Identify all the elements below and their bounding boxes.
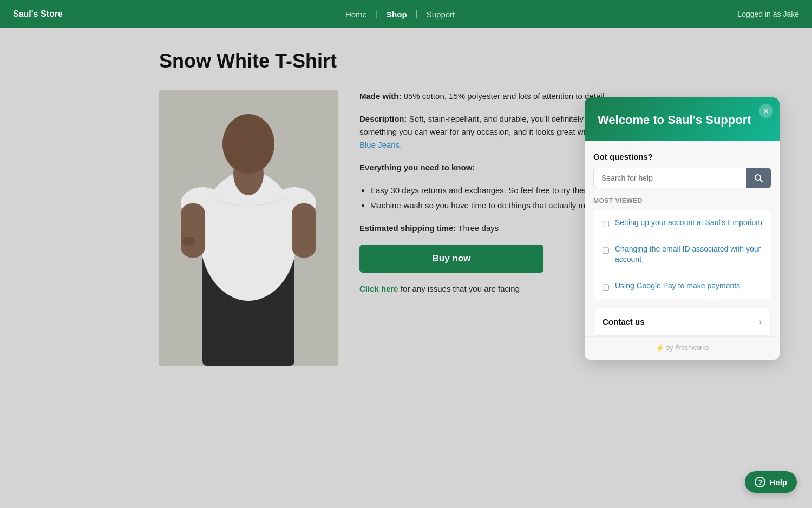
product-layout: Made with: 85% cotton, 15% polyester and… bbox=[159, 90, 653, 366]
help-icon: ? bbox=[755, 477, 765, 487]
freshworks-branding: ⚡ by Freshworks bbox=[656, 344, 709, 352]
article-text-2: Changing the email ID associated with yo… bbox=[615, 244, 762, 265]
chevron-right-icon: › bbox=[759, 317, 762, 327]
nav-shop[interactable]: Shop bbox=[382, 8, 411, 21]
nav-links: Home | Shop | Support bbox=[341, 8, 459, 21]
issues-link[interactable]: Click here bbox=[359, 284, 398, 293]
search-button[interactable] bbox=[746, 168, 771, 188]
product-title: Snow White T-Shirt bbox=[159, 50, 653, 72]
widget-header: Welcome to Saul's Support × bbox=[585, 97, 780, 141]
search-bar bbox=[593, 168, 771, 188]
svg-rect-8 bbox=[292, 203, 316, 258]
product-image bbox=[159, 90, 338, 366]
buy-button[interactable]: Buy now bbox=[359, 245, 543, 273]
article-list: ▢ Setting up your account at Saul's Empo… bbox=[593, 210, 771, 299]
search-input[interactable] bbox=[593, 168, 746, 188]
article-icon-3: ▢ bbox=[602, 282, 610, 292]
widget-footer: ⚡ by Freshworks bbox=[585, 336, 780, 360]
spark-icon: ⚡ bbox=[656, 344, 664, 352]
article-item-2[interactable]: ▢ Changing the email ID associated with … bbox=[593, 236, 771, 273]
help-label: Help bbox=[769, 478, 787, 487]
contact-label: Contact us bbox=[603, 317, 645, 326]
article-text-3: Using Google Pay to make payments bbox=[615, 281, 740, 292]
footer-brand: Freshworks bbox=[675, 344, 709, 352]
article-item-3[interactable]: ▢ Using Google Pay to make payments bbox=[593, 273, 771, 299]
article-text-1: Setting up your account at Saul's Empori… bbox=[615, 217, 762, 228]
widget-title: Welcome to Saul's Support bbox=[598, 113, 767, 128]
nav-support[interactable]: Support bbox=[422, 8, 460, 21]
help-button[interactable]: ? Help bbox=[745, 471, 797, 493]
tshirt-svg bbox=[159, 90, 338, 366]
footer-by: by bbox=[666, 344, 673, 352]
nav-logo[interactable]: Saul's Store bbox=[13, 9, 63, 19]
tshirt-photo bbox=[159, 90, 338, 366]
svg-point-4 bbox=[222, 114, 274, 174]
navbar: Saul's Store Home | Shop | Support Logge… bbox=[0, 0, 812, 28]
most-viewed-label: Most viewed bbox=[593, 197, 771, 204]
nav-sep-2: | bbox=[416, 9, 418, 19]
svg-line-11 bbox=[760, 180, 762, 182]
contact-section[interactable]: Contact us › bbox=[593, 308, 771, 336]
widget-close-button[interactable]: × bbox=[759, 104, 773, 118]
article-icon-2: ▢ bbox=[602, 245, 610, 255]
svg-rect-7 bbox=[181, 203, 205, 258]
svg-point-9 bbox=[182, 237, 195, 246]
got-questions-label: Got questions? bbox=[593, 152, 771, 161]
support-widget: Welcome to Saul's Support × Got question… bbox=[585, 97, 780, 360]
nav-home[interactable]: Home bbox=[341, 8, 371, 21]
article-item-1[interactable]: ▢ Setting up your account at Saul's Empo… bbox=[593, 210, 771, 236]
search-icon bbox=[754, 174, 763, 182]
nav-sep-1: | bbox=[376, 9, 378, 19]
article-icon-1: ▢ bbox=[602, 219, 610, 228]
widget-body: Got questions? Most viewed ▢ Setting up … bbox=[585, 141, 780, 336]
nav-user-status: Logged in as Jake bbox=[737, 10, 799, 18]
